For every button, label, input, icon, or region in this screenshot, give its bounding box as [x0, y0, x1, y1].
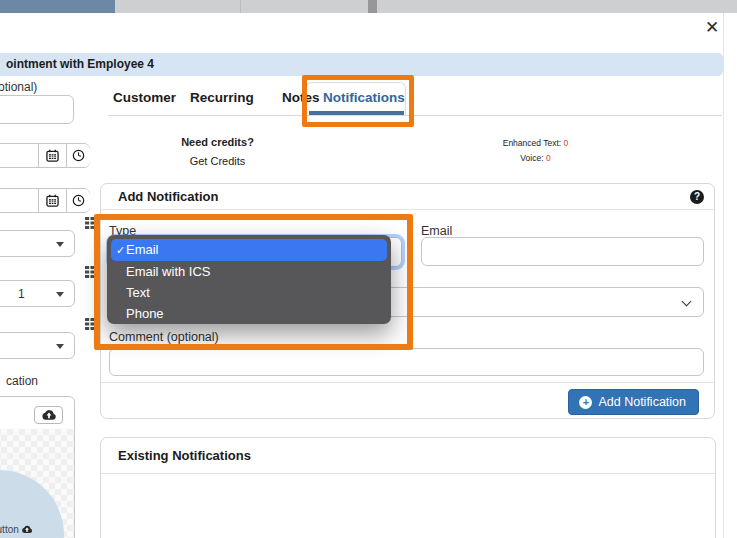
caret-down-icon — [56, 242, 64, 247]
list-picker-icon[interactable] — [85, 318, 100, 330]
tab-separator — [240, 0, 241, 13]
dropdown-option-email[interactable]: ✓ Email — [111, 239, 387, 261]
clock-icon — [72, 149, 85, 162]
calendar-button[interactable] — [38, 144, 66, 167]
date-time-group-2[interactable] — [0, 188, 90, 213]
check-icon: ✓ — [116, 239, 125, 261]
calendar-icon — [46, 149, 59, 162]
caret-down-icon — [56, 344, 64, 349]
calendar-icon — [46, 194, 59, 207]
comment-field[interactable] — [109, 348, 704, 376]
tab-bar-border — [108, 115, 722, 116]
optional-text-input[interactable] — [0, 95, 74, 124]
cloud-upload-icon — [41, 409, 57, 421]
active-tab-underline — [309, 111, 404, 115]
time-button[interactable] — [66, 189, 90, 212]
list-picker-icon[interactable] — [85, 266, 100, 278]
optional-field-label: otional) — [0, 80, 37, 94]
list-picker-icon[interactable] — [85, 217, 100, 229]
email-field[interactable] — [421, 237, 704, 266]
email-label: Email — [421, 224, 452, 238]
dropdown-option-phone[interactable]: Phone — [111, 303, 387, 324]
browser-tab-strip — [0, 0, 737, 13]
dropdown-option-text[interactable]: Text — [111, 282, 387, 303]
upload-instruction-line-1: button — [0, 524, 33, 535]
modal-title-band: ointment with Employee 4 — [0, 53, 723, 76]
enhanced-text-value: 0 — [564, 138, 569, 148]
plus-circle-icon: + — [579, 396, 592, 409]
left-select-3[interactable] — [0, 332, 75, 359]
image-upload-card: button age. MB or less. — [0, 396, 75, 538]
close-icon[interactable]: ✕ — [700, 17, 724, 39]
browser-active-tab[interactable] — [0, 0, 115, 13]
add-notification-title: Add Notification — [118, 184, 218, 210]
upload-button[interactable] — [34, 406, 63, 424]
modal-right-edge — [723, 13, 724, 538]
upload-dropzone[interactable]: button age. MB or less. — [0, 429, 74, 538]
voice-value: 0 — [546, 153, 551, 163]
dropdown-option-email-with-ics[interactable]: Email with ICS — [111, 261, 387, 282]
chevron-down-icon — [682, 297, 692, 307]
credit-counters: Enhanced Text: 0 Voice: 0 — [478, 138, 593, 168]
location-section-label: cation — [6, 374, 38, 388]
cloud-upload-icon — [21, 525, 33, 534]
voice-counter: Voice: 0 — [478, 153, 593, 163]
left-select-1[interactable] — [0, 230, 75, 257]
credits-block: Need credits? Get Credits — [150, 136, 285, 167]
existing-notifications-title: Existing Notifications — [118, 438, 251, 474]
help-icon[interactable]: ? — [690, 190, 704, 204]
left-select-2[interactable]: 1 — [0, 280, 75, 307]
add-notification-button[interactable]: + Add Notification — [568, 389, 699, 415]
left-select-2-value: 1 — [18, 287, 25, 301]
time-button[interactable] — [66, 144, 90, 167]
existing-notifications-header: Existing Notifications — [101, 438, 715, 474]
tab-strip-divider — [368, 0, 377, 13]
get-credits-link[interactable]: Get Credits — [150, 155, 285, 167]
need-credits-label: Need credits? — [150, 136, 285, 148]
clock-icon — [72, 194, 85, 207]
existing-notifications-panel: Existing Notifications — [100, 437, 716, 538]
tab-notes[interactable]: Notes — [282, 90, 320, 105]
tab-recurring[interactable]: Recurring — [190, 90, 254, 105]
enhanced-text-counter: Enhanced Text: 0 — [478, 138, 593, 148]
tab-customer[interactable]: Customer — [113, 90, 176, 105]
screenshot-root: ✕ ointment with Employee 4 otional) — [0, 0, 737, 538]
footer-divider — [101, 382, 714, 383]
type-dropdown-popup: ✓ Email Email with ICS Text Phone — [107, 235, 391, 324]
caret-down-icon — [56, 292, 64, 297]
modal-title: ointment with Employee 4 — [6, 53, 154, 76]
tab-notifications[interactable]: Notifications — [323, 90, 405, 105]
add-notification-header: Add Notification ? — [101, 184, 714, 210]
comment-label: Comment (optional) — [109, 330, 219, 344]
calendar-button[interactable] — [38, 189, 66, 212]
add-notification-button-label: Add Notification — [598, 395, 686, 409]
date-time-group-1[interactable] — [0, 143, 90, 168]
